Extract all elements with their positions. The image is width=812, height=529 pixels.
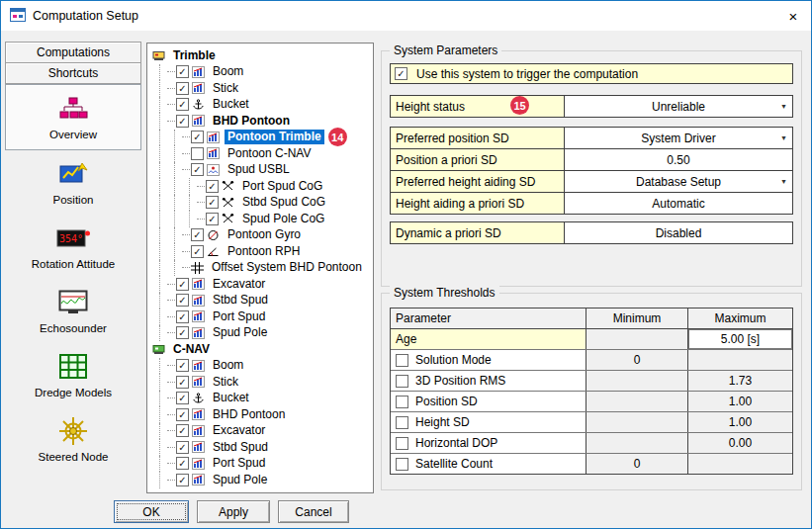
tree-checkbox[interactable]: ✓	[176, 392, 189, 404]
tree-node-bucket[interactable]: ✓Bucket	[152, 97, 373, 114]
preferred-position-sd-dropdown[interactable]: System Driver ▼	[565, 128, 792, 148]
tree-node-label[interactable]: Excavator	[210, 423, 268, 438]
tree-node-label[interactable]: C-NAV	[170, 342, 213, 357]
tree-node-label[interactable]: Pontoon C-NAV	[225, 146, 315, 161]
tree-checkbox[interactable]: ✓	[176, 294, 189, 307]
tree-node-port-spud-cog[interactable]: ✓Port Spud CoG	[152, 178, 373, 195]
tree-node-label[interactable]: Pontoon Gyro	[225, 227, 304, 242]
tree-node-spud-usbl[interactable]: ✓Spud USBL	[152, 162, 373, 179]
tree-node-spud-pole-cog[interactable]: ✓Spud Pole CoG	[152, 211, 373, 227]
height-status-dropdown[interactable]: Unreliable ▼	[565, 96, 792, 117]
threshold-checkbox[interactable]	[396, 375, 408, 388]
tree-node-stbd-spud[interactable]: ✓Stbd Spud	[152, 439, 373, 456]
tree-checkbox[interactable]: ✓	[191, 163, 204, 176]
tree-checkbox[interactable]: ✓	[191, 228, 204, 241]
threshold-checkbox[interactable]	[396, 437, 408, 450]
sidebar-item-rotation-attitude[interactable]: 354° Rotation Attitude	[5, 215, 141, 279]
tree-node-label[interactable]: Excavator	[210, 277, 268, 292]
tree-node-pontoon-trimble[interactable]: ✓Pontoon Trimble14	[152, 130, 373, 146]
tree-node-excavator[interactable]: ✓Excavator	[152, 423, 373, 440]
tree-node-label[interactable]: Stbd Spud	[210, 440, 271, 455]
tree-checkbox[interactable]: ✓	[176, 424, 189, 437]
tree-checkbox[interactable]: ✓	[206, 213, 219, 225]
tree-checkbox[interactable]: ✓	[176, 457, 189, 470]
tree-node-boom[interactable]: ✓Boom	[152, 358, 373, 375]
cancel-button[interactable]: Cancel	[278, 500, 349, 523]
threshold-checkbox[interactable]	[396, 354, 408, 367]
tree-node-bhd-pontoon[interactable]: ✓BHD Pontoon	[152, 406, 373, 423]
preferred-height-aiding-sd-dropdown[interactable]: Database Setup ▼	[565, 171, 792, 192]
tree-node-label[interactable]: Offset System BHD Pontoon	[209, 260, 365, 275]
apply-button[interactable]: Apply	[197, 500, 270, 523]
tree-checkbox[interactable]: ✓	[176, 310, 189, 323]
tree-node-stbd-spud[interactable]: ✓Stbd Spud	[152, 293, 373, 309]
tree-node-stick[interactable]: ✓Stick	[152, 374, 373, 391]
sidebar-item-dredge-models[interactable]: Dredge Models	[5, 343, 141, 407]
tree-checkbox[interactable]: ✓	[176, 82, 189, 95]
tree-node-label[interactable]: Pontoon RPH	[225, 244, 303, 259]
tree-checkbox[interactable]: ✓	[176, 474, 189, 486]
tree-node-offset-system-bhd-pontoon[interactable]: Offset System BHD Pontoon	[152, 260, 373, 277]
tree-node-label[interactable]: Stbd Spud	[210, 293, 271, 308]
ok-button[interactable]: OK	[114, 500, 189, 523]
threshold-checkbox[interactable]	[396, 416, 408, 429]
tree-checkbox[interactable]: ✓	[176, 65, 189, 78]
tree-node-pontoon-gyro[interactable]: ✓Pontoon Gyro	[152, 227, 373, 244]
tree-node-label[interactable]: BHD Pontoon	[210, 114, 293, 129]
tree-checkbox[interactable]: ✓	[176, 115, 189, 128]
tree-node-pontoon-c-nav[interactable]: Pontoon C-NAV	[152, 145, 373, 162]
sidebar-item-steered-node[interactable]: Steered Node	[5, 407, 141, 472]
position-a-priori-sd-field[interactable]: 0.50	[565, 149, 792, 170]
tree-node-stbd-spud-cog[interactable]: ✓Stbd Spud CoG	[152, 195, 373, 212]
sidebar-item-echosounder[interactable]: Echosounder	[5, 279, 141, 343]
tree-checkbox[interactable]: ✓	[176, 326, 189, 339]
tree-node-label[interactable]: Port Spud	[210, 309, 268, 324]
tree-node-boom[interactable]: ✓Boom	[152, 64, 373, 81]
tree-node-label[interactable]: Spud USBL	[225, 162, 293, 177]
tree-node-bucket[interactable]: ✓Bucket	[152, 391, 373, 407]
tree-node-trimble[interactable]: Trimble	[152, 47, 373, 64]
tree-node-label[interactable]: Stick	[210, 81, 241, 96]
tree-checkbox[interactable]: ✓	[176, 98, 189, 111]
trigger-computation-row[interactable]: ✓ Use this system to trigger the computa…	[390, 63, 793, 84]
tree-node-label[interactable]: Boom	[210, 358, 246, 373]
tree-node-label[interactable]: Boom	[210, 64, 246, 79]
tree-node-label[interactable]: Spud Pole CoG	[239, 212, 327, 226]
threshold-max-cell[interactable]: 5.00 [s]	[688, 329, 792, 349]
tree-checkbox[interactable]: ✓	[176, 408, 189, 421]
tree-checkbox[interactable]	[191, 147, 204, 160]
tree-checkbox[interactable]: ✓	[176, 278, 189, 291]
tree-node-c-nav[interactable]: C-NAV	[152, 341, 373, 358]
sidebar-item-overview[interactable]: Overview	[5, 84, 141, 150]
trigger-checkbox[interactable]: ✓	[395, 67, 407, 80]
tree-node-excavator[interactable]: ✓Excavator	[152, 276, 373, 293]
tree-node-port-spud[interactable]: ✓Port Spud	[152, 309, 373, 325]
threshold-checkbox[interactable]	[396, 458, 408, 471]
tree-node-label[interactable]: Stbd Spud CoG	[239, 195, 328, 210]
tree-node-port-spud[interactable]: ✓Port Spud	[152, 456, 373, 473]
tree-checkbox[interactable]: ✓	[191, 245, 204, 258]
tree-node-spud-pole[interactable]: ✓Spud Pole	[152, 325, 373, 342]
tree-node-pontoon-rph[interactable]: ✓Pontoon RPH	[152, 243, 373, 260]
close-icon[interactable]: ×	[775, 1, 811, 31]
tab-computations[interactable]: Computations	[5, 42, 141, 63]
tree-checkbox[interactable]: ✓	[191, 131, 204, 143]
tree-node-label[interactable]: Bucket	[210, 391, 252, 405]
tree-node-label[interactable]: Bucket	[210, 97, 252, 112]
tree-node-label[interactable]: Port Spud CoG	[239, 179, 325, 194]
tree-node-label[interactable]: Stick	[210, 375, 241, 390]
tree-node-spud-pole[interactable]: ✓Spud Pole	[152, 472, 373, 488]
tree-checkbox[interactable]: ✓	[176, 376, 189, 389]
tree-checkbox[interactable]: ✓	[206, 196, 219, 209]
tree-checkbox[interactable]: ✓	[176, 441, 189, 454]
tree-node-label[interactable]: Port Spud	[210, 456, 268, 471]
threshold-checkbox[interactable]	[396, 396, 408, 408]
tree-node-label[interactable]: Spud Pole	[210, 325, 270, 340]
tree-node-label[interactable]: BHD Pontoon	[210, 407, 288, 422]
tab-shortcuts[interactable]: Shortcuts	[5, 62, 141, 84]
tree-checkbox[interactable]: ✓	[206, 180, 219, 193]
tree-node-bhd-pontoon[interactable]: ✓BHD Pontoon	[152, 113, 373, 130]
tree-node-label[interactable]: Pontoon Trimble	[225, 130, 324, 144]
tree-checkbox[interactable]: ✓	[176, 359, 189, 372]
tree-node-label[interactable]: Trimble	[170, 48, 219, 63]
